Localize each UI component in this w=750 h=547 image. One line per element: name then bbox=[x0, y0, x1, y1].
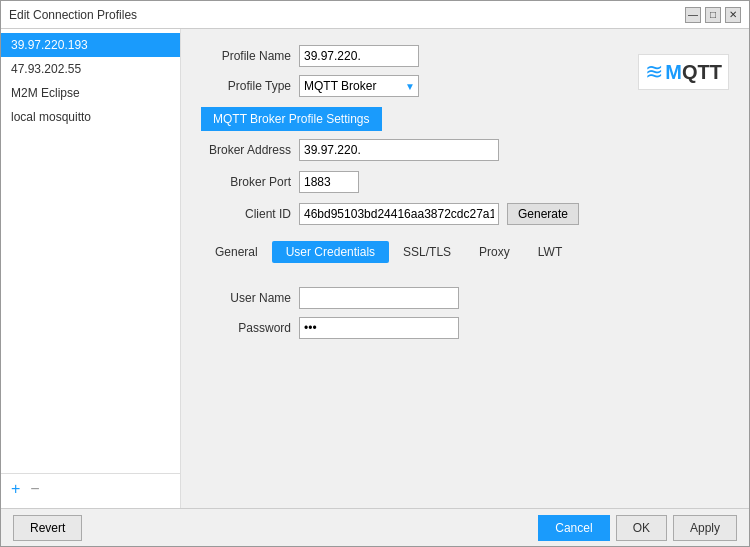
tab-user-credentials[interactable]: User Credentials bbox=[272, 241, 389, 263]
profile-type-row: Profile Type MQTT Broker ▼ bbox=[201, 75, 419, 97]
profile-type-label: Profile Type bbox=[201, 79, 291, 93]
sidebar-item-1[interactable]: 47.93.202.55 bbox=[1, 57, 180, 81]
header-row: Profile Name Profile Type MQTT Broker ▼ bbox=[201, 45, 729, 99]
client-id-row: Client ID Generate bbox=[201, 203, 729, 225]
revert-button[interactable]: Revert bbox=[13, 515, 82, 541]
bottom-left: Revert bbox=[13, 515, 82, 541]
tab-content-credentials: User Name Password bbox=[201, 277, 729, 351]
username-row: User Name bbox=[201, 287, 729, 309]
close-button[interactable]: ✕ bbox=[725, 7, 741, 23]
broker-address-row: Broker Address bbox=[201, 139, 729, 161]
tab-ssl-tls[interactable]: SSL/TLS bbox=[389, 241, 465, 263]
password-input[interactable] bbox=[299, 317, 459, 339]
username-label: User Name bbox=[201, 291, 291, 305]
profile-name-label: Profile Name bbox=[201, 49, 291, 63]
sidebar-item-2[interactable]: M2M Eclipse bbox=[1, 81, 180, 105]
password-row: Password bbox=[201, 317, 729, 339]
tabs-row: General User Credentials SSL/TLS Proxy L… bbox=[201, 241, 729, 263]
ok-button[interactable]: OK bbox=[616, 515, 667, 541]
broker-settings-button[interactable]: MQTT Broker Profile Settings bbox=[201, 107, 382, 131]
tab-lwt[interactable]: LWT bbox=[524, 241, 576, 263]
sidebar-item-0[interactable]: 39.97.220.193 bbox=[1, 33, 180, 57]
main-content: 39.97.220.193 47.93.202.55 M2M Eclipse l… bbox=[1, 29, 749, 508]
broker-port-label: Broker Port bbox=[201, 175, 291, 189]
add-profile-button[interactable]: + bbox=[9, 480, 22, 498]
profile-name-input[interactable] bbox=[299, 45, 419, 67]
window-title: Edit Connection Profiles bbox=[9, 8, 137, 22]
profile-name-row: Profile Name bbox=[201, 45, 419, 67]
generate-button[interactable]: Generate bbox=[507, 203, 579, 225]
broker-address-label: Broker Address bbox=[201, 143, 291, 157]
remove-profile-button[interactable]: − bbox=[28, 480, 41, 498]
broker-port-row: Broker Port bbox=[201, 171, 729, 193]
mqtt-logo: ≋ MQTT bbox=[638, 54, 729, 90]
tab-proxy[interactable]: Proxy bbox=[465, 241, 524, 263]
apply-button[interactable]: Apply bbox=[673, 515, 737, 541]
minimize-button[interactable]: — bbox=[685, 7, 701, 23]
title-bar-controls: — □ ✕ bbox=[685, 7, 741, 23]
maximize-button[interactable]: □ bbox=[705, 7, 721, 23]
password-label: Password bbox=[201, 321, 291, 335]
right-panel: Profile Name Profile Type MQTT Broker ▼ bbox=[181, 29, 749, 508]
client-id-input[interactable] bbox=[299, 203, 499, 225]
mqtt-logo-icon: ≋ bbox=[645, 59, 663, 85]
sidebar: 39.97.220.193 47.93.202.55 M2M Eclipse l… bbox=[1, 29, 181, 508]
title-bar: Edit Connection Profiles — □ ✕ bbox=[1, 1, 749, 29]
broker-address-input[interactable] bbox=[299, 139, 499, 161]
sidebar-bottom: + − bbox=[1, 473, 180, 504]
client-id-label: Client ID bbox=[201, 207, 291, 221]
username-input[interactable] bbox=[299, 287, 459, 309]
profile-type-dropdown-wrap: MQTT Broker ▼ bbox=[299, 75, 419, 97]
tab-general[interactable]: General bbox=[201, 241, 272, 263]
bottom-right: Cancel OK Apply bbox=[538, 515, 737, 541]
main-window: Edit Connection Profiles — □ ✕ 39.97.220… bbox=[0, 0, 750, 547]
profile-type-select[interactable]: MQTT Broker bbox=[299, 75, 419, 97]
broker-port-input[interactable] bbox=[299, 171, 359, 193]
mqtt-logo-text: MQTT bbox=[665, 61, 722, 84]
broker-settings-section: MQTT Broker Profile Settings bbox=[201, 107, 729, 131]
bottom-bar: Revert Cancel OK Apply bbox=[1, 508, 749, 546]
cancel-button[interactable]: Cancel bbox=[538, 515, 609, 541]
sidebar-item-3[interactable]: local mosquitto bbox=[1, 105, 180, 129]
